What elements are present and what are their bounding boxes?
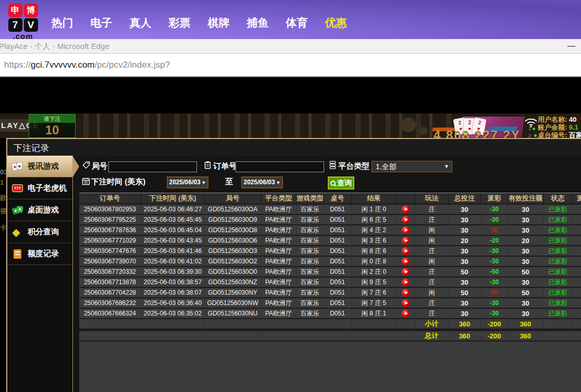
table-row: 2506030677710292025-06-03 06:43:45GD0512…: [79, 236, 581, 246]
total-bet-cell: 30: [448, 298, 480, 309]
bet-time-cell: 2025-06-03 06:45:45: [141, 215, 204, 225]
nav-item-sports[interactable]: 体育: [277, 16, 316, 30]
sidebar-item-video-games[interactable]: ♥♠视讯游戏: [7, 156, 72, 178]
table-row: 2506030677042282025-06-03 06:38:07GD0512…: [79, 288, 581, 298]
document-icon: [11, 248, 24, 260]
nav-item-lottery[interactable]: 彩票: [160, 16, 199, 30]
slot-icon: 777: [11, 183, 24, 194]
column-header: 下注时间 (美东): [141, 193, 204, 205]
nav-item-board-games[interactable]: 棋牌: [199, 16, 238, 30]
round-id-cell: GD051256030NU: [204, 309, 261, 319]
payout-cell: -30: [480, 257, 508, 267]
window-title: PlayAce - 个人 - Microsoft Edge: [0, 42, 109, 52]
replay-button[interactable]: [402, 268, 410, 276]
nav-item-hot[interactable]: 热门: [43, 16, 82, 30]
subtotal-row-label: 小计: [415, 319, 448, 330]
replay-button[interactable]: [402, 289, 410, 297]
bet-records-modal: 下注记录 ♥♠视讯游戏777电子老虎机桌面游戏◆积分查询额度记录 局号 订单号 …: [6, 138, 581, 392]
site-logo[interactable]: 申 博 7 V .com: [7, 4, 39, 39]
cut-cell: [572, 277, 581, 288]
game-type-cell: 百家乐: [296, 309, 323, 319]
replay-button[interactable]: [402, 247, 410, 255]
platform-type-select[interactable]: 1.全部 ▼: [372, 161, 452, 172]
url-text[interactable]: https://gci.7vvvvvv.com/pc/pcv2/index.js…: [4, 60, 170, 70]
column-header: 派: [572, 193, 581, 205]
column-header: 玩法: [415, 193, 448, 205]
cards-icon: ♥♠: [11, 161, 24, 172]
sidebar-item-table-games[interactable]: 桌面游戏: [7, 199, 72, 221]
round-id-cell: GD051256030OA: [204, 205, 261, 215]
sidebar-item-points-inquiry[interactable]: ◆积分查询: [7, 221, 72, 243]
logo-char-v: V: [24, 18, 38, 32]
total-bet-cell: 30: [448, 215, 480, 225]
replay-button[interactable]: [402, 206, 410, 213]
date-to-picker[interactable]: 2025/06/03▼: [241, 176, 283, 188]
empty-cell: [396, 319, 415, 330]
status-cell: 已派彩: [543, 257, 572, 267]
result-cell: 闲 8 庄 1: [351, 309, 396, 319]
replay-button[interactable]: [402, 310, 410, 318]
platform-cell: PA欧洲厅: [261, 267, 296, 277]
replay-cell: [396, 267, 415, 277]
table-row: 2506030677876362025-06-03 06:45:04GD0512…: [79, 225, 581, 236]
round-id-cell: GD051256030O3: [204, 246, 261, 257]
logo-row-bottom: 7 V: [7, 18, 39, 32]
result-cell: 闲 1 庄 0: [351, 205, 396, 215]
play-type-cell: 闲: [415, 225, 448, 236]
total-bet-cell: 30: [448, 225, 480, 236]
order-id-cell: 250603067713878: [79, 277, 141, 288]
column-header: 派彩: [480, 193, 508, 205]
sidebar-item-label: 电子老虎机: [28, 183, 67, 193]
cut-cell: [572, 267, 581, 277]
replay-button[interactable]: [402, 279, 410, 286]
sidebar-item-slot-machines[interactable]: 777电子老虎机: [7, 178, 72, 199]
table-row: 2506030677203322025-06-03 06:39:30GD0512…: [79, 267, 581, 277]
replay-button[interactable]: [402, 299, 410, 307]
replay-button[interactable]: [402, 258, 410, 265]
nav-item-live[interactable]: 真人: [121, 16, 160, 30]
replay-button[interactable]: [402, 216, 410, 224]
nav-item-fishing[interactable]: 捕鱼: [238, 16, 277, 30]
bet-time-cell: 2025-06-03 06:35:02: [141, 309, 204, 319]
round-number-input[interactable]: [108, 161, 197, 172]
sidebar-item-quota-records[interactable]: 额度记录: [7, 243, 72, 265]
replay-cell: [396, 288, 415, 298]
nav-item-promotions[interactable]: 优惠: [316, 16, 355, 30]
bet-prompt: 请下注: [29, 115, 75, 123]
empty-cell: [543, 319, 572, 330]
site-navbar: 申 博 7 V .com 热门电子真人彩票棋牌捕鱼体育优惠: [0, 0, 581, 39]
date-from-picker[interactable]: 2025/06/03▼: [167, 176, 208, 188]
round-id-cell: GD051256030O2: [204, 257, 261, 267]
url-path: /pc/pcv2/index.jsp?: [95, 60, 170, 70]
background-fragment: 款: [0, 193, 6, 203]
result-cell: 闲 9 庄 5: [351, 277, 396, 288]
bet-time-cell: 2025-06-03 06:36:40: [141, 298, 204, 309]
status-cell: 已派彩: [543, 298, 572, 309]
cut-cell: [572, 225, 581, 236]
platform-cell: PA欧洲厅: [261, 246, 296, 257]
play-type-cell: 庄: [415, 267, 448, 277]
grand-total-row-valid-bet: 360: [508, 330, 543, 342]
column-header: 桌号: [323, 193, 351, 205]
total-bet-cell: 30: [448, 257, 480, 267]
empty-cell: [296, 330, 323, 342]
replay-button[interactable]: [402, 226, 410, 234]
countdown-number: 10: [29, 123, 75, 137]
replay-button[interactable]: [402, 237, 410, 245]
minimize-button[interactable]: [567, 46, 575, 47]
query-button[interactable]: 查询: [328, 176, 354, 189]
status-cell: 已派彩: [543, 277, 572, 288]
user-name-line: 用户名称: 40: [538, 116, 581, 123]
total-bet-cell: 30: [448, 277, 480, 288]
total-bet-cell: 50: [448, 288, 480, 298]
subtotal-row-payout: -200: [480, 319, 508, 330]
order-number-input[interactable]: [236, 161, 324, 172]
cut-cell: [572, 257, 581, 267]
status-cell: 已派彩: [543, 205, 572, 215]
table-number-cell: D051: [323, 205, 351, 215]
play-type-cell: 闲: [415, 288, 448, 298]
game-type-cell: 百家乐: [296, 257, 323, 267]
table-row: 2506030678029532025-06-03 06:46:27GD0512…: [79, 205, 581, 215]
nav-item-slots[interactable]: 电子: [82, 16, 121, 30]
background-fragment: 03: [0, 168, 6, 176]
